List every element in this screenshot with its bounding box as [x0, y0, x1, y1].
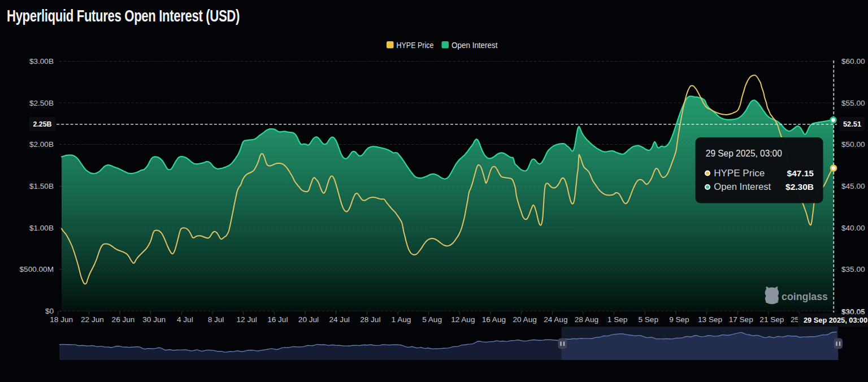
svg-text:12 Aug: 12 Aug — [451, 315, 475, 324]
svg-text:$1.50B: $1.50B — [29, 182, 54, 190]
svg-text:$30.05: $30.05 — [841, 307, 865, 316]
svg-text:18 Jun: 18 Jun — [50, 315, 73, 324]
svg-text:Open Interest: Open Interest — [452, 40, 498, 50]
svg-text:12 Jul: 12 Jul — [237, 315, 257, 324]
svg-text:20 Jul: 20 Jul — [298, 315, 319, 324]
svg-text:28 Jul: 28 Jul — [360, 315, 380, 324]
svg-text:$2.50B: $2.50B — [29, 99, 54, 107]
svg-text:1 Aug: 1 Aug — [392, 315, 411, 324]
svg-text:$500.00M: $500.00M — [20, 265, 54, 274]
svg-text:$45.00: $45.00 — [841, 182, 865, 190]
svg-text:$0: $0 — [45, 307, 54, 315]
svg-text:$2.30B: $2.30B — [785, 182, 814, 192]
svg-text:Hyperliquid Futures Open Inter: Hyperliquid Futures Open Interest (USD) — [7, 7, 240, 25]
svg-text:$40.00: $40.00 — [841, 224, 865, 232]
svg-text:21 Sep: 21 Sep — [760, 315, 784, 324]
svg-text:26 Jun: 26 Jun — [112, 315, 135, 324]
svg-text:5 Aug: 5 Aug — [422, 315, 442, 324]
svg-text:$2.00B: $2.00B — [29, 140, 54, 149]
svg-text:2.25B: 2.25B — [33, 120, 52, 128]
svg-text:HYPE Price: HYPE Price — [714, 168, 765, 178]
svg-text:$47.15: $47.15 — [787, 168, 814, 178]
svg-text:20 Aug: 20 Aug — [513, 315, 536, 324]
svg-text:HYPE Price: HYPE Price — [397, 40, 434, 50]
svg-text:Open Interest: Open Interest — [714, 182, 771, 192]
svg-text:22 Jun: 22 Jun — [81, 315, 104, 324]
svg-text:29 Sep 2025, 03:00: 29 Sep 2025, 03:00 — [804, 316, 867, 324]
svg-text:13 Sep: 13 Sep — [698, 315, 722, 324]
svg-text:$60.00: $60.00 — [841, 57, 865, 66]
svg-text:9 Sep: 9 Sep — [669, 315, 689, 324]
svg-text:29 Sep 2025, 03:00: 29 Sep 2025, 03:00 — [706, 149, 782, 158]
svg-text:$50.00: $50.00 — [841, 140, 865, 149]
svg-text:coinglass: coinglass — [782, 291, 828, 302]
svg-text:24 Aug: 24 Aug — [544, 315, 567, 324]
svg-text:16 Aug: 16 Aug — [482, 315, 506, 324]
svg-text:5 Sep: 5 Sep — [638, 315, 658, 324]
svg-text:16 Jul: 16 Jul — [267, 315, 288, 324]
svg-text:17 Sep: 17 Sep — [729, 315, 753, 324]
svg-text:8 Jul: 8 Jul — [208, 315, 224, 324]
svg-text:24 Jul: 24 Jul — [329, 315, 349, 324]
svg-text:30 Jun: 30 Jun — [142, 315, 166, 324]
svg-text:1 Sep: 1 Sep — [607, 315, 628, 324]
svg-text:$55.00: $55.00 — [841, 99, 865, 107]
svg-text:28 Aug: 28 Aug — [575, 315, 598, 324]
svg-text:$3.00B: $3.00B — [29, 57, 54, 66]
svg-text:$1.00B: $1.00B — [29, 224, 54, 232]
svg-text:$35.00: $35.00 — [841, 265, 865, 274]
svg-text:52.51: 52.51 — [843, 120, 861, 128]
svg-text:4 Jul: 4 Jul — [177, 315, 193, 324]
